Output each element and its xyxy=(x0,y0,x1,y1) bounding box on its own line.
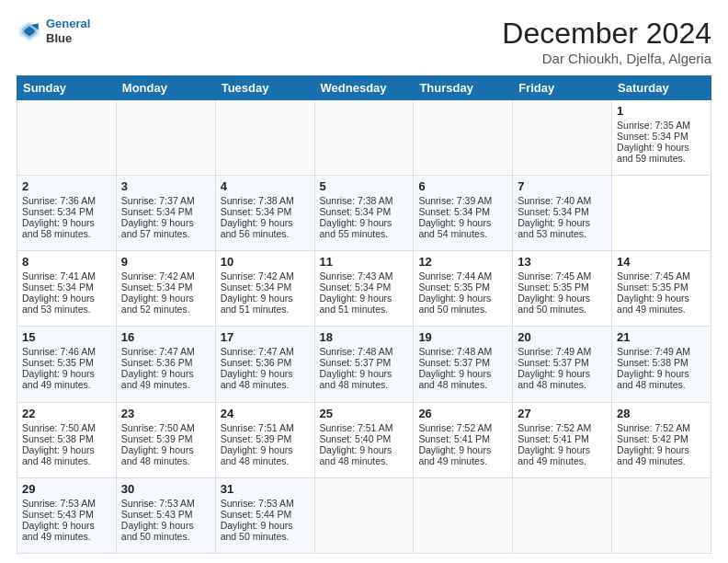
sunrise-text: Sunrise: 7:52 AM xyxy=(418,422,492,433)
daylight-text: Daylight: 9 hours and 54 minutes. xyxy=(418,217,491,239)
sunset-text: Sunset: 5:34 PM xyxy=(418,206,490,217)
calendar-cell: 12Sunrise: 7:44 AMSunset: 5:35 PMDayligh… xyxy=(414,251,513,327)
sunrise-text: Sunrise: 7:40 AM xyxy=(518,195,591,206)
day-number: 7 xyxy=(518,179,607,193)
col-wednesday: Wednesday xyxy=(314,76,414,100)
calendar-cell: 26Sunrise: 7:52 AMSunset: 5:41 PMDayligh… xyxy=(414,402,513,477)
sunrise-text: Sunrise: 7:39 AM xyxy=(418,195,492,206)
sunset-text: Sunset: 5:35 PM xyxy=(22,357,94,368)
col-saturday: Saturday xyxy=(612,76,711,100)
logo-icon xyxy=(17,18,42,44)
calendar-cell: 4Sunrise: 7:38 AMSunset: 5:34 PMDaylight… xyxy=(215,176,314,251)
daylight-text: Daylight: 9 hours and 49 minutes. xyxy=(22,368,95,390)
calendar-cell: 6Sunrise: 7:39 AMSunset: 5:34 PMDaylight… xyxy=(414,176,513,251)
calendar-cell: 13Sunrise: 7:45 AMSunset: 5:35 PMDayligh… xyxy=(513,251,612,327)
day-number: 10 xyxy=(221,255,310,269)
subtitle: Dar Chioukh, Djelfa, Algeria xyxy=(502,51,711,66)
daylight-text: Daylight: 9 hours and 53 minutes. xyxy=(518,217,590,239)
calendar-header-row: Sunday Monday Tuesday Wednesday Thursday… xyxy=(17,76,711,100)
day-number: 6 xyxy=(418,179,507,193)
daylight-text: Daylight: 9 hours and 48 minutes. xyxy=(320,368,392,390)
sunrise-text: Sunrise: 7:45 AM xyxy=(617,270,690,282)
sunset-text: Sunset: 5:34 PM xyxy=(121,282,193,293)
col-friday: Friday xyxy=(513,76,612,100)
calendar-cell: 21Sunrise: 7:49 AMSunset: 5:38 PMDayligh… xyxy=(612,327,711,402)
calendar-cell: 10Sunrise: 7:42 AMSunset: 5:34 PMDayligh… xyxy=(215,251,314,327)
daylight-text: Daylight: 9 hours and 50 minutes. xyxy=(121,520,194,542)
sunrise-text: Sunrise: 7:51 AM xyxy=(221,422,294,433)
sunset-text: Sunset: 5:40 PM xyxy=(320,433,392,444)
day-number: 12 xyxy=(418,255,507,269)
calendar-cell: 9Sunrise: 7:42 AMSunset: 5:34 PMDaylight… xyxy=(116,251,215,327)
day-number: 4 xyxy=(221,179,310,193)
sunrise-text: Sunrise: 7:52 AM xyxy=(518,422,591,433)
calendar-cell: 31Sunrise: 7:53 AMSunset: 5:44 PMDayligh… xyxy=(215,477,314,553)
sunrise-text: Sunrise: 7:53 AM xyxy=(121,498,195,509)
day-number: 2 xyxy=(22,179,111,193)
col-sunday: Sunday xyxy=(17,76,117,100)
calendar-cell: 20Sunrise: 7:49 AMSunset: 5:37 PMDayligh… xyxy=(513,327,612,402)
daylight-text: Daylight: 9 hours and 55 minutes. xyxy=(320,217,392,239)
sunset-text: Sunset: 5:35 PM xyxy=(518,282,589,293)
day-number: 24 xyxy=(221,407,310,420)
calendar-table: Sunday Monday Tuesday Wednesday Thursday… xyxy=(17,75,711,554)
day-number: 8 xyxy=(22,255,111,269)
sunset-text: Sunset: 5:39 PM xyxy=(121,433,193,444)
day-number: 17 xyxy=(221,330,310,344)
sunset-text: Sunset: 5:34 PM xyxy=(320,282,392,293)
daylight-text: Daylight: 9 hours and 56 minutes. xyxy=(221,217,293,239)
daylight-text: Daylight: 9 hours and 52 minutes. xyxy=(121,293,194,315)
sunset-text: Sunset: 5:34 PM xyxy=(617,131,688,142)
daylight-text: Daylight: 9 hours and 49 minutes. xyxy=(617,444,689,466)
sunset-text: Sunset: 5:42 PM xyxy=(617,433,688,444)
daylight-text: Daylight: 9 hours and 49 minutes. xyxy=(22,520,95,542)
day-number: 15 xyxy=(22,330,111,344)
calendar-cell: 23Sunrise: 7:50 AMSunset: 5:39 PMDayligh… xyxy=(116,402,215,477)
logo-line1: General xyxy=(46,17,90,30)
day-number: 31 xyxy=(221,482,310,496)
sunset-text: Sunset: 5:34 PM xyxy=(221,282,292,293)
calendar-cell xyxy=(314,477,414,553)
daylight-text: Daylight: 9 hours and 58 minutes. xyxy=(22,217,95,239)
calendar-cell: 22Sunrise: 7:50 AMSunset: 5:38 PMDayligh… xyxy=(17,402,117,477)
day-number: 19 xyxy=(418,330,507,344)
daylight-text: Daylight: 9 hours and 49 minutes. xyxy=(518,444,590,466)
calendar-cell: 2Sunrise: 7:36 AMSunset: 5:34 PMDaylight… xyxy=(17,176,117,251)
calendar-cell: 30Sunrise: 7:53 AMSunset: 5:43 PMDayligh… xyxy=(116,477,215,553)
day-number: 21 xyxy=(617,330,706,344)
calendar-cell: 15Sunrise: 7:46 AMSunset: 5:35 PMDayligh… xyxy=(17,327,117,402)
sunrise-text: Sunrise: 7:50 AM xyxy=(22,422,96,433)
col-tuesday: Tuesday xyxy=(215,76,314,100)
daylight-text: Daylight: 9 hours and 49 minutes. xyxy=(617,293,689,315)
day-number: 23 xyxy=(121,407,210,420)
daylight-text: Daylight: 9 hours and 48 minutes. xyxy=(320,444,392,466)
day-number: 11 xyxy=(320,255,409,269)
header: General Blue December 2024 Dar Chioukh, … xyxy=(17,17,711,66)
sunrise-text: Sunrise: 7:43 AM xyxy=(320,270,393,282)
sunset-text: Sunset: 5:37 PM xyxy=(518,357,589,368)
day-number: 27 xyxy=(518,407,607,420)
calendar-cell xyxy=(314,100,414,176)
sunrise-text: Sunrise: 7:41 AM xyxy=(22,270,96,282)
sunrise-text: Sunrise: 7:47 AM xyxy=(121,346,195,357)
daylight-text: Daylight: 9 hours and 59 minutes. xyxy=(617,142,689,164)
sunrise-text: Sunrise: 7:42 AM xyxy=(121,270,195,282)
sunrise-text: Sunrise: 7:53 AM xyxy=(22,498,96,509)
calendar-cell: 29Sunrise: 7:53 AMSunset: 5:43 PMDayligh… xyxy=(17,477,117,553)
daylight-text: Daylight: 9 hours and 50 minutes. xyxy=(518,293,590,315)
sunrise-text: Sunrise: 7:45 AM xyxy=(518,270,591,282)
sunset-text: Sunset: 5:34 PM xyxy=(320,206,392,217)
daylight-text: Daylight: 9 hours and 50 minutes. xyxy=(418,293,491,315)
calendar-week-0: 1Sunrise: 7:35 AMSunset: 5:34 PMDaylight… xyxy=(17,100,711,176)
calendar-cell xyxy=(414,100,513,176)
calendar-cell: 25Sunrise: 7:51 AMSunset: 5:40 PMDayligh… xyxy=(314,402,414,477)
sunrise-text: Sunrise: 7:47 AM xyxy=(221,346,294,357)
sunrise-text: Sunrise: 7:37 AM xyxy=(121,195,195,206)
daylight-text: Daylight: 9 hours and 48 minutes. xyxy=(418,368,491,390)
daylight-text: Daylight: 9 hours and 48 minutes. xyxy=(121,444,194,466)
page: General Blue December 2024 Dar Chioukh, … xyxy=(0,0,728,563)
calendar-cell: 5Sunrise: 7:38 AMSunset: 5:34 PMDaylight… xyxy=(314,176,414,251)
col-monday: Monday xyxy=(116,76,215,100)
calendar-cell: 16Sunrise: 7:47 AMSunset: 5:36 PMDayligh… xyxy=(116,327,215,402)
sunset-text: Sunset: 5:43 PM xyxy=(22,509,94,520)
